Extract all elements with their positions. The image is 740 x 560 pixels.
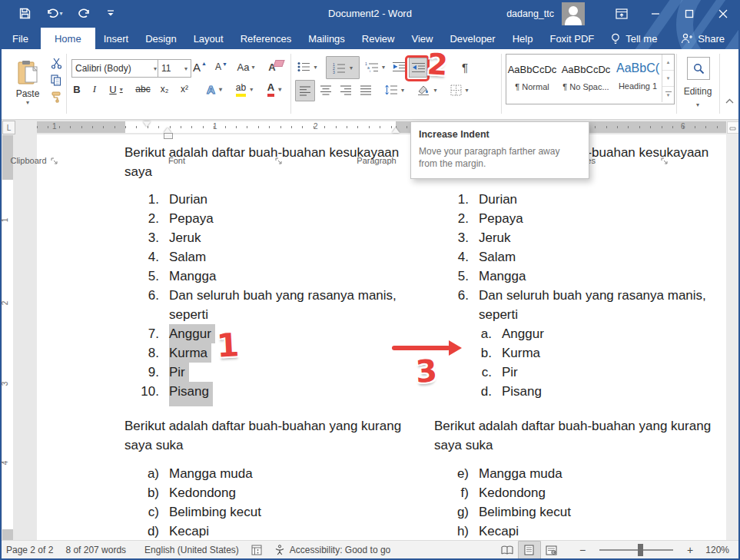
collapse-ribbon-button[interactable] [722, 94, 736, 108]
hanging-indent-marker[interactable] [164, 128, 171, 133]
list-item: 4.Salam [140, 247, 430, 267]
ribbon-display-options-button[interactable] [605, 0, 639, 28]
word-window: ▾ Document2 - Word dadang_ttc [0, 0, 740, 560]
paste-button[interactable]: Paste ▾ [8, 55, 48, 111]
horizontal-ruler[interactable]: 1 1 2 6 [0, 119, 740, 135]
tab-references[interactable]: References [232, 28, 300, 49]
signed-in-user[interactable]: dadang_ttc [506, 8, 554, 19]
borders-button[interactable]: ▾ [446, 80, 473, 100]
list-marker: 6. [450, 286, 469, 324]
strikethrough-button[interactable]: abc [132, 80, 154, 98]
language-indicator[interactable]: English (United States) [138, 541, 245, 559]
tab-review[interactable]: Review [353, 28, 403, 49]
font-dialog-launcher[interactable] [275, 157, 284, 167]
bold-button[interactable]: B [69, 80, 85, 98]
align-left-button[interactable] [295, 80, 315, 101]
left-indent-marker[interactable] [164, 133, 173, 139]
font-size-combobox[interactable]: 11▾ [158, 59, 191, 78]
minimize-button[interactable] [639, 0, 672, 28]
close-button[interactable] [706, 0, 740, 28]
multilevel-list-button[interactable]: 1ai ▾ [361, 58, 389, 76]
copy-button[interactable] [48, 72, 65, 88]
right-indent-marker[interactable] [392, 128, 400, 133]
styles-scroll-up[interactable]: ▴ [662, 55, 674, 70]
superscript-button[interactable]: x² [175, 80, 194, 98]
shading-button[interactable]: ▾ [413, 80, 441, 100]
italic-button[interactable]: I [87, 80, 102, 98]
tab-view[interactable]: View [403, 28, 441, 49]
style-heading1[interactable]: AaBbC( Heading 1 [614, 55, 662, 102]
list-item: 9.Pir [140, 363, 430, 382]
styles-dialog-launcher[interactable] [661, 157, 670, 167]
zoom-level[interactable]: 120% [699, 541, 740, 559]
word-count[interactable]: 8 of 207 words [59, 541, 132, 559]
clear-formatting-button[interactable]: A [266, 58, 286, 76]
tab-layout[interactable]: Layout [185, 28, 232, 49]
align-center-button[interactable] [317, 80, 335, 100]
tab-foxit-pdf[interactable]: Foxit PDF [541, 28, 602, 49]
tab-home[interactable]: Home [41, 28, 95, 49]
tab-insert[interactable]: Insert [95, 28, 138, 49]
style-normal[interactable]: AaBbCcDc ¶ Normal [506, 55, 558, 102]
subscript-button[interactable]: x₂ [155, 80, 174, 98]
print-layout-button[interactable] [518, 541, 541, 559]
list-item: 1.Durian [450, 190, 726, 209]
font-color-button[interactable]: A▾ [261, 80, 287, 98]
list-item: 2.Pepaya [450, 209, 726, 228]
styles-scroll-down[interactable]: ▾ [662, 70, 674, 86]
close-icon [718, 9, 728, 18]
maximize-button[interactable] [672, 0, 706, 28]
vertical-ruler[interactable]: 1 2 3 4 [2, 135, 13, 540]
accessibility-status[interactable]: Accessibility: Good to go [268, 541, 397, 559]
tab-design[interactable]: Design [137, 28, 184, 49]
list-item: 2.Pepaya [140, 209, 430, 228]
tab-selector-button[interactable]: L [2, 121, 15, 134]
user-avatar[interactable] [562, 2, 585, 25]
paste-label: Paste [16, 88, 40, 99]
show-paragraph-marks-button[interactable]: ¶ [456, 58, 473, 76]
tab-developer[interactable]: Developer [441, 28, 503, 49]
change-case-button[interactable]: Aa▾ [234, 58, 258, 76]
first-line-indent-marker[interactable] [143, 121, 151, 127]
justify-button[interactable] [357, 80, 375, 100]
zoom-in-button[interactable]: + [681, 541, 699, 559]
web-layout-button[interactable] [541, 542, 562, 558]
tab-help[interactable]: Help [504, 28, 542, 49]
list-text: Pir [502, 363, 518, 382]
font-size-dropdown-arrow[interactable]: ▾ [181, 65, 187, 72]
cut-button[interactable] [48, 55, 65, 71]
clipboard-dialog-launcher[interactable] [51, 157, 60, 167]
tab-file[interactable]: File [0, 28, 41, 49]
align-right-button[interactable] [337, 80, 355, 100]
grow-font-button[interactable]: A▲ [191, 58, 209, 76]
zoom-out-button[interactable]: − [562, 541, 592, 559]
editing-dropdown-arrow[interactable]: ▾ [679, 98, 716, 109]
page-indicator[interactable]: Page 2 of 2 [0, 541, 59, 559]
find-button[interactable] [687, 57, 710, 80]
bullets-button[interactable]: ▾ [295, 58, 320, 76]
share-button[interactable]: Share [672, 28, 740, 49]
tab-mailings[interactable]: Mailings [300, 28, 353, 49]
underline-button[interactable]: U▾ [105, 80, 128, 98]
macro-record-button[interactable] [245, 541, 268, 559]
numbering-button[interactable]: 123 ▾ [326, 56, 360, 79]
style-no-spacing[interactable]: AaBbCcDc ¶ No Spac... [560, 55, 612, 102]
styles-gallery-more[interactable]: ▾ [662, 86, 674, 102]
zoom-slider[interactable] [599, 549, 673, 551]
shrink-font-button[interactable]: A▼ [212, 58, 231, 76]
text-effects-button[interactable]: A▾ [201, 80, 227, 98]
font-family-dropdown-arrow[interactable]: ▾ [151, 65, 157, 72]
read-mode-button[interactable] [496, 542, 518, 558]
editing-group[interactable]: Editing ▾ [679, 54, 716, 154]
format-painter-button[interactable] [48, 89, 65, 104]
vertical-scrollbar[interactable] [726, 121, 739, 540]
list-marker: 3. [450, 228, 469, 247]
tell-me-box[interactable]: Tell me [602, 28, 665, 49]
shrink-font-label: A [215, 61, 221, 72]
paste-dropdown-arrow[interactable]: ▾ [26, 99, 29, 106]
document-page[interactable]: Berikut adalah daftar buah-buahan kesuka… [37, 134, 726, 540]
zoom-slider-thumb[interactable] [638, 544, 643, 556]
font-family-combobox[interactable]: Calibri (Body)▾ [71, 59, 161, 78]
line-spacing-button[interactable]: ▾ [381, 80, 407, 100]
text-highlight-button[interactable]: ab▾ [231, 80, 258, 98]
